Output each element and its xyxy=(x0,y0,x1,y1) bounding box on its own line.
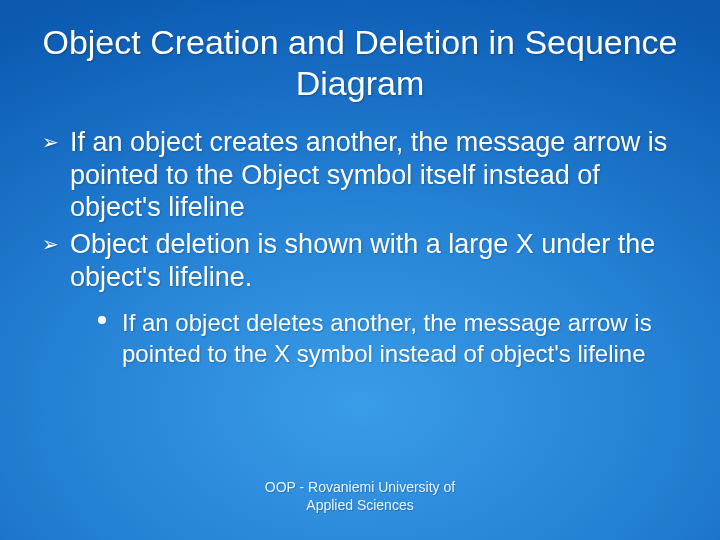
sub-bullet-group: If an object deletes another, the messag… xyxy=(42,308,678,369)
bullet-text: If an object creates another, the messag… xyxy=(70,127,667,223)
bullet-item-1: ➢ If an object creates another, the mess… xyxy=(42,126,678,225)
dot-bullet-icon xyxy=(98,316,106,324)
sub-bullet-text: If an object deletes another, the messag… xyxy=(122,309,652,367)
sub-bullet-item-1: If an object deletes another, the messag… xyxy=(98,308,678,369)
slide-body: ➢ If an object creates another, the mess… xyxy=(40,126,680,479)
footer-line-1: OOP - Rovaniemi University of xyxy=(40,479,680,497)
slide: Object Creation and Deletion in Sequence… xyxy=(0,0,720,540)
slide-title: Object Creation and Deletion in Sequence… xyxy=(40,22,680,104)
arrow-bullet-icon: ➢ xyxy=(42,232,59,256)
slide-footer: OOP - Rovaniemi University of Applied Sc… xyxy=(40,479,680,520)
bullet-text: Object deletion is shown with a large X … xyxy=(70,229,655,292)
footer-line-2: Applied Sciences xyxy=(40,497,680,515)
arrow-bullet-icon: ➢ xyxy=(42,130,59,154)
bullet-item-2: ➢ Object deletion is shown with a large … xyxy=(42,228,678,294)
